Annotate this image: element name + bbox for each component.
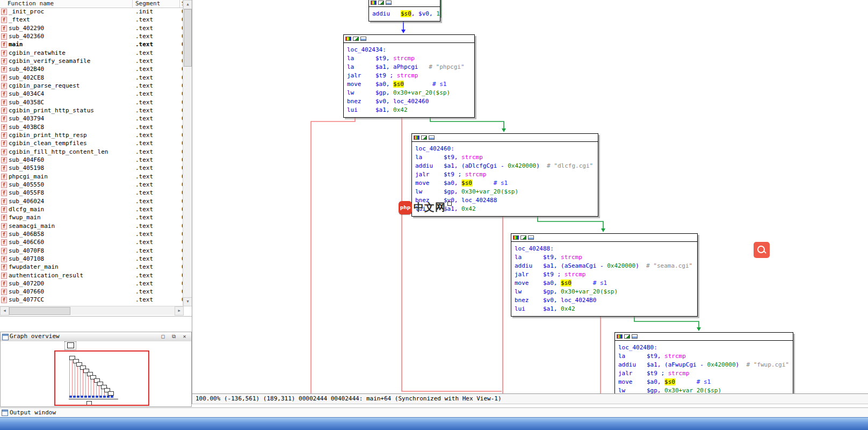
function-row[interactable]: fsub_406C60.text0	[0, 238, 183, 246]
graph-node-entry[interactable]: addiu $s0, $v0, 1	[368, 0, 440, 22]
asm-line[interactable]: move $a0, $s0 # s1	[515, 279, 694, 288]
node-color-icon[interactable]	[513, 235, 519, 240]
minimap-canvas[interactable]	[1, 341, 191, 406]
scroll-left-arrow[interactable]: ◀	[0, 306, 9, 316]
node-edit-icon[interactable]	[421, 135, 427, 140]
column-separator[interactable]	[179, 0, 180, 8]
function-row[interactable]: ffwupdater_main.text0	[0, 263, 183, 271]
node-group-icon[interactable]	[360, 37, 366, 41]
function-row[interactable]: fmain.text0	[0, 40, 183, 48]
node-color-icon[interactable]	[617, 334, 623, 339]
asm-line[interactable]: lw $gp, 0x30+var_20($sp)	[415, 188, 595, 196]
column-header-function-name[interactable]: Function name	[8, 0, 54, 8]
scroll-down-arrow[interactable]: ▼	[183, 297, 192, 306]
asm-line[interactable]: la $t9, strcmp	[347, 54, 471, 63]
graph-overview-title-bar[interactable]: Graph overview □ ⧉ ✕	[1, 332, 191, 342]
node-color-icon[interactable]	[414, 135, 419, 140]
asm-line[interactable]: jalr $t9 ; strcmp	[515, 270, 694, 279]
graph-view[interactable]: addiu $s0, $v0, 1loc_402434:la $t9, strc…	[192, 0, 868, 393]
asm-line[interactable]: loc_402460:	[415, 145, 595, 153]
output-window-bar[interactable]: Output window	[0, 407, 868, 418]
scroll-up-arrow[interactable]: ▲	[183, 0, 192, 9]
function-row[interactable]: fsub_405198.text0	[0, 164, 183, 172]
function-row[interactable]: fsub_4077CC.text0	[0, 296, 183, 304]
function-row[interactable]: fseamacgi_main.text0	[0, 222, 183, 230]
close-icon[interactable]: ✕	[180, 333, 189, 340]
function-row[interactable]: fsub_403794.text0	[0, 114, 183, 123]
function-row[interactable]: fcgibin_print_http_resp.text0	[0, 131, 183, 139]
asm-line[interactable]: addiu $a1, (aDlcfgCgi - 0x420000) # "dlc…	[415, 162, 595, 170]
function-row[interactable]: f_init_proc.init0	[0, 8, 183, 16]
node-edit-icon[interactable]	[378, 1, 384, 5]
function-row[interactable]: fsub_402CE8.text0	[0, 74, 183, 82]
graph-node-loc_402488[interactable]: loc_402488:la $t9, strcmpaddiu $a1, (aSe…	[511, 233, 698, 317]
node-group-icon[interactable]	[632, 334, 638, 339]
node-title-bar[interactable]	[511, 234, 697, 242]
asm-line[interactable]: lw $gp, 0x30+var_20($sp)	[618, 386, 790, 393]
function-row[interactable]: fsub_402B40.text0	[0, 65, 183, 73]
node-color-icon[interactable]	[345, 37, 351, 41]
function-row[interactable]: fcgibin_fill_http_content_len.text0	[0, 148, 183, 156]
function-row[interactable]: fdlcfg_main.text0	[0, 205, 183, 213]
asm-line[interactable]: bnez $v0, loc_402460	[347, 97, 471, 106]
node-group-icon[interactable]	[386, 1, 392, 5]
minimap-viewport-rect[interactable]	[54, 350, 149, 406]
function-row[interactable]: fsub_40358C.text0	[0, 98, 183, 106]
asm-line[interactable]: loc_4024B0:	[618, 343, 790, 352]
function-row[interactable]: fsub_407108.text0	[0, 255, 183, 263]
asm-line[interactable]: addiu $s0, $v0, 1	[372, 10, 437, 18]
function-row[interactable]: fcgibin_clean_tempfiles.text0	[0, 139, 183, 147]
functions-vertical-scrollbar[interactable]: ▲ ▼	[183, 0, 192, 306]
asm-line[interactable]: la $a1, aPhpcgi # "phpcgi"	[347, 63, 471, 71]
function-row[interactable]: fauthentication_result.text0	[0, 271, 183, 280]
node-title-bar[interactable]	[369, 0, 440, 7]
function-row[interactable]: fsub_402360.text0	[0, 32, 183, 40]
column-separator[interactable]	[132, 0, 133, 8]
function-row[interactable]: fsub_4072D0.text0	[0, 280, 183, 288]
asm-line[interactable]: lui $a1, 0x42	[515, 305, 694, 313]
asm-line[interactable]: move $a0, $s0 # s1	[618, 378, 790, 386]
function-row[interactable]: fsub_407660.text0	[0, 288, 183, 296]
function-row[interactable]: fcgibin_reatwhite.text0	[0, 49, 183, 57]
asm-line[interactable]: jalr $t9 ; strcmp	[415, 170, 595, 179]
node-edit-icon[interactable]	[624, 334, 630, 339]
function-row[interactable]: fsub_4055F8.text0	[0, 189, 183, 197]
asm-line[interactable]: jalr $t9 ; strcmp	[618, 369, 790, 378]
graph-node-loc_402434[interactable]: loc_402434:la $t9, strcmpla $a1, aPhpcgi…	[343, 34, 475, 118]
node-group-icon[interactable]	[429, 135, 435, 140]
function-row[interactable]: fsub_4070F8.text0	[0, 247, 183, 255]
asm-line[interactable]: la $t9, strcmp	[415, 153, 595, 162]
function-row[interactable]: fcgibin_print_http_status.text0	[0, 106, 183, 114]
asm-line[interactable]: la $t9, strcmp	[515, 253, 694, 262]
scrollbar-thumb[interactable]	[9, 307, 70, 315]
asm-line[interactable]: jalr $t9 ; strcmp	[347, 71, 471, 80]
asm-line[interactable]: la $t9, strcmp	[618, 352, 790, 361]
node-color-icon[interactable]	[371, 1, 377, 5]
function-row[interactable]: fsub_405550.text0	[0, 181, 183, 189]
node-edit-icon[interactable]	[520, 235, 526, 240]
functions-horizontal-scrollbar[interactable]: ◀ ▶	[0, 306, 183, 315]
function-row[interactable]: fsub_406024.text0	[0, 197, 183, 205]
node-edit-icon[interactable]	[353, 37, 359, 41]
function-row[interactable]: fphpcgi_main.text0	[0, 173, 183, 181]
node-title-bar[interactable]	[615, 333, 793, 341]
asm-line[interactable]: lw $gp, 0x30+var_20($sp)	[347, 89, 471, 97]
scroll-right-arrow[interactable]: ▶	[175, 306, 184, 316]
scrollbar-thumb[interactable]	[184, 9, 192, 67]
function-row[interactable]: f_ftext.text0	[0, 16, 183, 24]
float-button[interactable]: ⧉	[169, 333, 178, 340]
asm-line[interactable]: loc_402488:	[515, 245, 694, 253]
function-row[interactable]: fsub_402290.text0	[0, 24, 183, 32]
function-row[interactable]: fcgibin_parse_request.text0	[0, 82, 183, 90]
asm-line[interactable]: bnez $v0, loc_4024B0	[515, 296, 694, 305]
function-row[interactable]: fsub_406B58.text0	[0, 230, 183, 238]
function-row[interactable]: fsub_4034C4.text0	[0, 90, 183, 98]
asm-line[interactable]: addiu $a1, (aSeamaCgi - 0x420000) # "sea…	[515, 262, 694, 270]
asm-line[interactable]: move $a0, $s0 # s1	[347, 80, 471, 89]
asm-line[interactable]: move $a0, $s0 # s1	[415, 179, 595, 188]
search-overlay-button[interactable]	[754, 242, 770, 258]
node-title-bar[interactable]	[412, 134, 598, 142]
asm-line[interactable]: lui $a1, 0x42	[347, 106, 471, 114]
function-row[interactable]: fsub_404F60.text0	[0, 156, 183, 164]
graph-node-loc_4024B0[interactable]: loc_4024B0:la $t9, strcmpaddiu $a1, (aFw…	[614, 332, 793, 393]
